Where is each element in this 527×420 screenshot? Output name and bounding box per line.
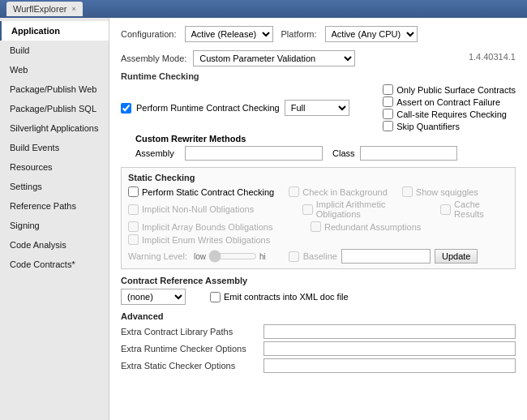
only-public-row: Only Public Surface Contracts <box>383 84 516 95</box>
implicit-enum-checkbox[interactable] <box>128 234 139 245</box>
skip-quantifiers-checkbox[interactable] <box>383 121 393 131</box>
sidebar-item-code-analysis[interactable]: Code Analysis <box>0 235 109 255</box>
implicit-array-checkbox[interactable] <box>128 221 139 232</box>
assert-on-failure-checkbox[interactable] <box>383 96 393 107</box>
extra-static-label: Extra Static Checker Options <box>121 361 259 371</box>
implicit-nonnull-checkbox[interactable] <box>128 204 139 215</box>
static-checking-section: Static Checking Perform Static Contract … <box>121 167 516 269</box>
cache-results-row: Cache Results <box>440 199 508 219</box>
redundant-assumptions-checkbox[interactable] <box>311 221 321 232</box>
perform-runtime-checkbox[interactable] <box>121 103 131 114</box>
warning-level-label: Warning Level: <box>128 251 187 261</box>
sidebar-item-signing[interactable]: Signing <box>0 216 109 235</box>
only-public-checkbox[interactable] <box>383 84 393 95</box>
custom-rewriter-row: Custom Rewriter Methods <box>121 134 516 144</box>
implicit-enum-label: Implicit Enum Writes Obligations <box>142 235 270 245</box>
check-background-label: Check in Background <box>302 187 388 197</box>
perform-static-checkbox[interactable] <box>128 186 139 197</box>
sidebar-item-package-sql[interactable]: Package/Publish SQL <box>0 99 109 118</box>
show-squiggles-checkbox[interactable] <box>402 186 413 197</box>
contract-reference-row: (none) Build DoNotBuild Emit contracts i… <box>121 289 516 305</box>
sidebar-item-code-contracts[interactable]: Code Contracts* <box>0 255 109 274</box>
sidebar-item-build[interactable]: Build <box>0 41 109 60</box>
version-text: 1.4.40314.1 <box>469 52 516 62</box>
assembly-mode-label: Assembly Mode: <box>121 54 186 63</box>
configuration-label: Configuration: <box>121 29 177 39</box>
extra-static-input[interactable] <box>264 358 516 373</box>
platform-label: Platform: <box>281 29 317 39</box>
contract-reference-section: Contract Reference Assembly (none) Build… <box>121 276 516 305</box>
extra-library-label: Extra Contract Library Paths <box>121 327 259 336</box>
perform-static-label: Perform Static Contract Checking <box>142 187 274 197</box>
contract-reference-select[interactable]: (none) Build DoNotBuild <box>121 289 186 305</box>
sidebar: Application Build Web Package/Publish We… <box>0 18 109 420</box>
emit-contracts-label: Emit contracts into XML doc file <box>224 292 349 302</box>
implicit-array-row: Implicit Array Bounds Obligations <box>128 221 286 232</box>
assembly-class-row: Assembly Class <box>121 146 516 161</box>
assembly-input[interactable] <box>185 146 323 161</box>
implicit-arithmetic-checkbox[interactable] <box>302 204 313 215</box>
assert-on-failure-row: Assert on Contract Failure <box>383 96 516 107</box>
only-public-label: Only Public Surface Contracts <box>396 85 516 95</box>
contract-reference-title: Contract Reference Assembly <box>121 276 516 285</box>
sidebar-item-web[interactable]: Web <box>0 60 109 79</box>
advanced-section: Advanced Extra Contract Library Paths Ex… <box>121 311 516 373</box>
implicit-enum-row: Implicit Enum Writes Obligations <box>128 234 270 245</box>
extra-runtime-row: Extra Runtime Checker Options <box>121 341 516 356</box>
baseline-input[interactable] <box>341 249 431 264</box>
cache-results-label: Cache Results <box>454 199 508 219</box>
custom-rewriter-label: Custom Rewriter Methods <box>135 134 246 144</box>
sidebar-item-build-events[interactable]: Build Events <box>0 138 109 157</box>
title-bar: WurflExplorer × <box>0 0 527 18</box>
right-checks-group: Only Public Surface Contracts Assert on … <box>383 84 516 131</box>
redundant-assumptions-row: Redundant Assumptions <box>311 221 421 232</box>
runtime-check-row: Perform Runtime Contract Checking Full R… <box>121 84 516 131</box>
callsite-requires-row: Call-site Requires Checking <box>383 109 516 119</box>
sidebar-item-silverlight[interactable]: Silverlight Applications <box>0 118 109 138</box>
class-field-label: Class <box>332 148 355 158</box>
implicit-nonnull-row: Implicit Non-Null Obligations <box>128 204 278 215</box>
warning-level-slider[interactable] <box>208 251 257 261</box>
extra-static-row: Extra Static Checker Options <box>121 358 516 373</box>
check-background-row: Check in Background <box>289 186 388 197</box>
baseline-label: Baseline <box>303 251 337 261</box>
assert-on-failure-label: Assert on Contract Failure <box>396 97 500 107</box>
check-background-checkbox[interactable] <box>289 186 299 197</box>
assembly-mode-select[interactable]: Custom Parameter Validation Standard Con… <box>193 50 355 66</box>
static-checking-title: Static Checking <box>128 173 508 182</box>
redundant-assumptions-label: Redundant Assumptions <box>324 222 421 232</box>
sidebar-item-settings[interactable]: Settings <box>0 177 109 196</box>
assembly-mode-row: Assembly Mode: Custom Parameter Validati… <box>121 50 516 66</box>
update-button[interactable]: Update <box>435 249 478 264</box>
perform-runtime-label: Perform Runtime Contract Checking <box>136 103 280 113</box>
content-area: Configuration: Active (Release) Debug Re… <box>109 18 527 420</box>
implicit-arithmetic-label: Implicit Arithmetic Obligations <box>316 199 426 219</box>
sidebar-item-package-web[interactable]: Package/Publish Web <box>0 79 109 99</box>
sidebar-item-reference-paths[interactable]: Reference Paths <box>0 196 109 216</box>
emit-contracts-checkbox[interactable] <box>210 292 221 302</box>
hi-label: hi <box>259 252 266 261</box>
runtime-level-select[interactable]: Full ReleaseRequires Preconditions None <box>285 100 349 116</box>
sidebar-item-resources[interactable]: Resources <box>0 157 109 177</box>
configuration-select[interactable]: Active (Release) Debug Release <box>185 26 273 42</box>
advanced-title: Advanced <box>121 311 516 321</box>
close-icon[interactable]: × <box>71 5 75 13</box>
title-tab[interactable]: WurflExplorer × <box>6 2 83 16</box>
implicit-arithmetic-row: Implicit Arithmetic Obligations <box>302 199 426 219</box>
baseline-checkbox[interactable] <box>289 251 299 262</box>
runtime-checking-title: Runtime Checking <box>121 71 516 81</box>
implicit-array-label: Implicit Array Bounds Obligations <box>142 222 272 232</box>
platform-select[interactable]: Active (Any CPU) Any CPU x86 x64 <box>325 26 418 42</box>
cache-results-checkbox[interactable] <box>440 204 451 215</box>
callsite-requires-label: Call-site Requires Checking <box>396 109 507 119</box>
tab-label: WurflExplorer <box>13 4 66 14</box>
callsite-requires-checkbox[interactable] <box>383 109 393 119</box>
slider-container: low hi <box>194 251 266 261</box>
extra-runtime-input[interactable] <box>264 341 516 356</box>
implicit-nonnull-label: Implicit Non-Null Obligations <box>142 204 254 214</box>
sidebar-item-application[interactable]: Application <box>0 21 109 41</box>
extra-runtime-label: Extra Runtime Checker Options <box>121 344 259 354</box>
class-input[interactable] <box>360 146 457 161</box>
extra-library-input[interactable] <box>264 324 516 339</box>
skip-quantifiers-label: Skip Quantifiers <box>396 122 460 131</box>
